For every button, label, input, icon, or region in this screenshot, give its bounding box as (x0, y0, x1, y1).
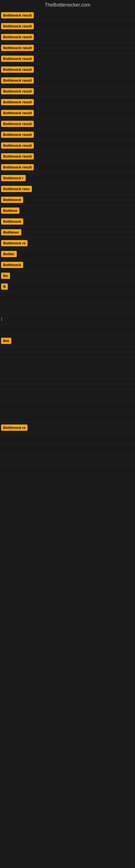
result-row: Bottleneck (0, 216, 135, 227)
bottleneck-badge[interactable]: Bottleneck result (1, 45, 34, 51)
result-row: Bottleneck result (0, 119, 135, 129)
bottleneck-badge[interactable]: Bottlene (1, 208, 19, 214)
result-row: Bottleneck re (0, 422, 135, 433)
bottleneck-badge[interactable]: Bottlenec (1, 229, 21, 236)
result-row (0, 444, 135, 455)
result-row (0, 401, 135, 411)
bottleneck-badge[interactable]: Bottleneck result (1, 121, 34, 127)
bottleneck-badge[interactable]: Bottleneck result (1, 164, 34, 170)
result-row (0, 390, 135, 401)
result-row (0, 325, 135, 336)
bottleneck-badge[interactable]: Bottleneck result (1, 66, 34, 73)
bottleneck-badge[interactable]: Bottleneck result (1, 153, 34, 159)
result-row (0, 455, 135, 466)
result-row: Bottleneck result (0, 64, 135, 75)
result-row: Bottleneck r (0, 173, 135, 184)
result-row: | (0, 314, 135, 325)
result-row: Bottleneck result (0, 21, 135, 32)
bottleneck-badge[interactable]: Bottler (1, 251, 17, 257)
result-row: Bottleneck result (0, 140, 135, 151)
bottleneck-badge[interactable]: Bottleneck result (1, 56, 34, 62)
result-row (0, 433, 135, 444)
result-row: Bottleneck result (0, 32, 135, 42)
result-row: Bottleneck resu (0, 184, 135, 194)
results-container: Bottleneck resultBottleneck resultBottle… (0, 10, 135, 476)
bottleneck-badge[interactable]: Bottleneck result (1, 77, 34, 84)
result-row (0, 303, 135, 314)
bottleneck-badge[interactable]: Bottleneck r (1, 175, 26, 181)
bottleneck-badge[interactable]: Bottleneck (1, 197, 23, 203)
bottleneck-badge[interactable]: Bot (1, 338, 11, 344)
bottleneck-badge[interactable]: Bottleneck result (1, 110, 34, 116)
result-row (0, 379, 135, 390)
result-row: Bottleneck result (0, 162, 135, 173)
result-row (0, 346, 135, 357)
bottleneck-badge[interactable]: Bottleneck result (1, 143, 34, 149)
bottleneck-badge[interactable]: Bottleneck (1, 218, 23, 225)
result-row: Bot (0, 336, 135, 346)
result-row: Bottleneck result (0, 86, 135, 97)
result-row (0, 466, 135, 476)
result-row (0, 368, 135, 379)
result-row: B (0, 281, 135, 292)
result-row: Bottleneck result (0, 10, 135, 21)
site-title: TheBottlenecker.com (0, 0, 135, 10)
bottleneck-badge[interactable]: Bottleneck result (1, 12, 34, 19)
bottleneck-badge[interactable]: Bo (1, 273, 10, 279)
bottleneck-badge[interactable]: Bottleneck (1, 262, 23, 268)
bottleneck-badge[interactable]: Bottleneck re (1, 425, 28, 431)
result-row: Bottleneck result (0, 75, 135, 86)
result-row: Bottleneck (0, 259, 135, 271)
result-row: Bottleneck result (0, 129, 135, 140)
bottleneck-badge[interactable]: Bottleneck result (1, 131, 34, 138)
result-row: Bottleneck re (0, 238, 135, 249)
bottleneck-badge[interactable]: Bottleneck result (1, 34, 34, 40)
result-row: Bottleneck (0, 194, 135, 205)
bottleneck-badge[interactable]: Bottleneck result (1, 23, 34, 29)
cursor-indicator: | (1, 317, 2, 322)
result-row (0, 292, 135, 303)
result-row: Bottleneck result (0, 151, 135, 162)
result-row: Bottleneck result (0, 42, 135, 54)
result-row: Bottler (0, 249, 135, 259)
result-row (0, 357, 135, 368)
bottleneck-badge[interactable]: Bottleneck result (1, 99, 34, 105)
result-row: Bottleneck result (0, 54, 135, 64)
result-row: Bottleneck result (0, 97, 135, 108)
result-row: Bottlene (0, 205, 135, 216)
bottleneck-badge[interactable]: Bottleneck re (1, 240, 28, 246)
bottleneck-badge[interactable]: Bottleneck result (1, 88, 34, 94)
result-row: Bo (0, 271, 135, 281)
title-text: TheBottlenecker.com (45, 2, 90, 8)
result-row: Bottlenec (0, 227, 135, 238)
result-row (0, 411, 135, 422)
bottleneck-badge[interactable]: Bottleneck resu (1, 186, 32, 192)
result-row: Bottleneck result (0, 108, 135, 119)
bottleneck-badge[interactable]: B (1, 283, 8, 290)
